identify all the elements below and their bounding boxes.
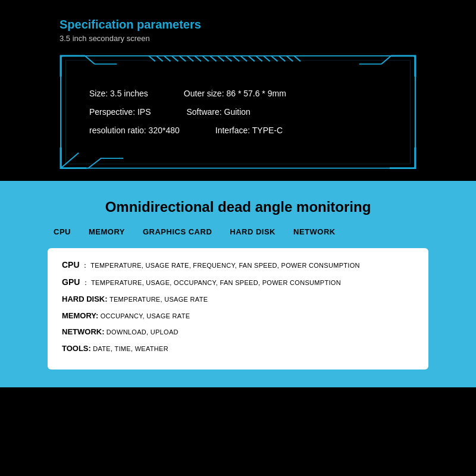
- info-cpu-row: CPU ： TEMPERATURE, USAGE RATE, FREQUENCY…: [62, 259, 414, 271]
- bottom-section: Omnidirectional dead angle monitoring CP…: [0, 181, 476, 387]
- info-network-row: NETWORK: DOWNLOAD, UPLOAD: [62, 326, 414, 338]
- svg-line-15: [226, 56, 232, 61]
- svg-line-21: [271, 56, 278, 61]
- info-box: CPU ： TEMPERATURE, USAGE RATE, FREQUENCY…: [48, 248, 428, 369]
- svg-line-24: [294, 56, 300, 61]
- tab-cpu[interactable]: CPU: [54, 227, 71, 236]
- info-gpu-label: GPU: [62, 277, 80, 287]
- svg-line-5: [149, 56, 155, 61]
- svg-line-14: [218, 56, 224, 61]
- info-memory-detail: OCCUPANCY, USAGE RATE: [101, 312, 190, 320]
- spec-outer-size: Outer size: 86 * 57.6 * 9mm: [184, 84, 286, 103]
- svg-line-8: [172, 56, 178, 61]
- spec-frame: Size: 3.5 inches Outer size: 86 * 57.6 *…: [60, 55, 416, 169]
- svg-line-20: [264, 56, 270, 61]
- svg-line-3: [381, 56, 391, 64]
- info-cpu-label: CPU: [62, 260, 80, 270]
- spec-software: Software: Guition: [187, 103, 250, 121]
- info-gpu-separator: ：: [82, 278, 89, 287]
- info-tools-detail: DATE, TIME, WEATHER: [93, 345, 168, 352]
- spec-subtitle: 3.5 inch secondary screen: [60, 34, 416, 43]
- svg-line-17: [240, 56, 247, 61]
- info-harddisk-label: HARD DISK:: [62, 295, 108, 303]
- tab-row: CPU MEMORY GRAPHICS CARD HARD DISK NETWO…: [48, 227, 428, 236]
- spec-resolution: resolution ratio: 320*480: [89, 121, 180, 140]
- tab-hard-disk[interactable]: HARD DISK: [230, 227, 275, 236]
- svg-line-10: [187, 56, 193, 61]
- svg-line-12: [202, 56, 209, 61]
- tab-network[interactable]: NETWORK: [293, 227, 336, 236]
- svg-line-16: [233, 56, 239, 61]
- info-harddisk-row: HARD DISK: TEMPERATURE, USAGE RATE: [62, 293, 414, 305]
- info-cpu-separator: ：: [82, 261, 89, 270]
- info-network-detail: DOWNLOAD, UPLOAD: [107, 328, 178, 336]
- svg-line-18: [248, 56, 255, 61]
- info-gpu-detail: TEMPERATURE, USAGE, OCCUPANCY, FAN SPEED…: [91, 279, 341, 286]
- svg-line-11: [195, 56, 201, 61]
- spec-size: Size: 3.5 inches: [89, 84, 148, 103]
- spec-interface: Interface: TYPE-C: [215, 121, 283, 140]
- svg-line-23: [286, 56, 293, 61]
- monitoring-title: Omnidirectional dead angle monitoring: [48, 199, 428, 215]
- svg-line-25: [61, 153, 79, 168]
- svg-line-9: [179, 56, 186, 61]
- info-memory-row: MEMORY: OCCUPANCY, USAGE RATE: [62, 310, 414, 322]
- info-memory-label: MEMORY:: [62, 311, 98, 320]
- svg-line-22: [279, 56, 286, 61]
- info-network-label: NETWORK:: [62, 327, 105, 336]
- tab-memory[interactable]: MEMORY: [89, 227, 125, 236]
- info-gpu-row: GPU ： TEMPERATURE, USAGE, OCCUPANCY, FAN…: [62, 276, 414, 289]
- svg-line-19: [256, 56, 262, 61]
- spec-perspective: Perspective: IPS: [89, 103, 151, 121]
- tab-graphics-card[interactable]: GRAPHICS CARD: [143, 227, 212, 236]
- svg-line-6: [156, 56, 163, 61]
- svg-line-13: [210, 56, 217, 61]
- info-tools-label: TOOLS:: [62, 344, 91, 353]
- spec-title: Specification parameters: [60, 18, 416, 32]
- info-tools-row: TOOLS: DATE, TIME, WEATHER: [62, 343, 414, 355]
- svg-line-1: [85, 56, 95, 64]
- info-cpu-detail: TEMPERATURE, USAGE RATE, FREQUENCY, FAN …: [90, 262, 360, 269]
- svg-line-7: [164, 56, 171, 61]
- info-harddisk-detail: TEMPERATURE, USAGE RATE: [109, 296, 208, 303]
- spec-details: Size: 3.5 inches Outer size: 86 * 57.6 *…: [71, 73, 405, 151]
